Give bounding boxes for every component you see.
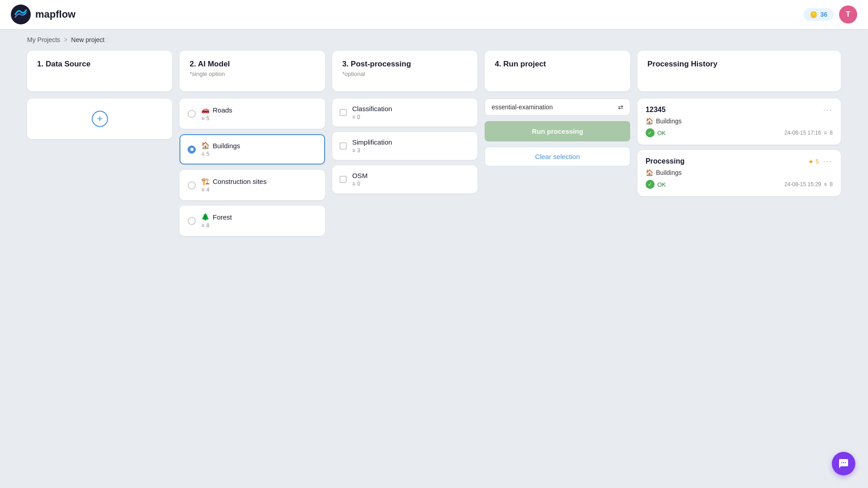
checkbox-classification xyxy=(340,109,347,116)
history-item-2-label: 🏠 Buildings xyxy=(646,169,833,176)
radio-buildings xyxy=(188,145,196,154)
history-item-1-status: ✓ OK xyxy=(646,128,666,137)
history-item-2-meta: 24-08-15 15:29 ≡ 8 xyxy=(784,181,833,188)
history-item-2-more[interactable]: ··· xyxy=(823,157,833,165)
checkbox-osm xyxy=(340,176,347,183)
breadcrumb-separator: > xyxy=(64,36,67,43)
radio-construction xyxy=(188,181,196,189)
history-item-1-header: 12345 ··· xyxy=(646,106,833,114)
history-item-2-status: ✓ OK xyxy=(646,180,666,189)
step1-title: 1. Data Source xyxy=(37,60,162,69)
post-simplification[interactable]: Simplification ≡ 3 xyxy=(332,132,477,160)
post-classification-name: Classification xyxy=(352,105,470,113)
step-card-2: 2. AI Model *single option xyxy=(179,51,325,91)
project-name-field[interactable]: essential-examination ⇄ xyxy=(485,99,630,116)
breadcrumb-parent[interactable]: My Projects xyxy=(27,36,60,43)
svg-point-1 xyxy=(841,462,842,463)
stack-icon-buildings: ≡ xyxy=(201,151,204,157)
history-item-1-label: 🏠 Buildings xyxy=(646,117,833,125)
run-project-column: essential-examination ⇄ Run processing C… xyxy=(485,99,630,166)
step3-title: 3. Post-processing xyxy=(342,60,467,69)
stack-icon-simplification: ≡ xyxy=(352,147,355,154)
stack-icon-osm: ≡ xyxy=(352,181,355,187)
svg-point-2 xyxy=(843,462,844,463)
radio-roads xyxy=(188,110,196,118)
credits-count: 36 xyxy=(820,11,827,18)
post-processing-column: Classification ≡ 0 Simplification ≡ 3 xyxy=(332,99,477,193)
step3-subtitle: *optional xyxy=(342,70,467,77)
history-item-1-id: 12345 xyxy=(646,106,666,114)
post-simplification-credits: ≡ 3 xyxy=(352,147,470,154)
step2-title: 2. AI Model xyxy=(189,60,315,69)
forest-emoji: 🌲 xyxy=(201,213,210,221)
history-item-1-more[interactable]: ··· xyxy=(823,106,833,114)
credits-badge[interactable]: 🪙 36 xyxy=(803,8,834,21)
content-row: + 🚗 Roads ≡ 5 xyxy=(27,99,841,236)
shuffle-icon[interactable]: ⇄ xyxy=(618,103,623,111)
radio-forest xyxy=(188,217,196,225)
post-osm-name: OSM xyxy=(352,172,470,179)
model-forest-credits: ≡ 8 xyxy=(201,222,316,229)
step2-subtitle: *single option xyxy=(189,70,315,77)
project-name-value: essential-examination xyxy=(491,103,552,111)
model-roads-credits: ≡ 5 xyxy=(201,115,316,122)
add-source-icon: + xyxy=(92,111,108,127)
clear-selection-button[interactable]: Clear selection xyxy=(485,147,630,166)
model-buildings-name: 🏠 Buildings xyxy=(201,141,316,150)
model-buildings-credits: ≡ 5 xyxy=(201,151,316,157)
model-construction-credits: ≡ 4 xyxy=(201,187,316,193)
model-construction-name: 🏗️ Construction sites xyxy=(201,177,316,185)
history-item-2-header: Processing ★ 5 ··· xyxy=(646,157,833,165)
star-icon-2: ★ xyxy=(808,158,814,165)
model-roads[interactable]: 🚗 Roads ≡ 5 xyxy=(179,99,325,129)
model-construction[interactable]: 🏗️ Construction sites ≡ 4 xyxy=(179,170,325,200)
ai-model-column: 🚗 Roads ≡ 5 🏠 Buildings xyxy=(179,99,325,236)
post-osm[interactable]: OSM ≡ 0 xyxy=(332,165,477,193)
data-source-column: + xyxy=(27,99,172,139)
run-processing-button[interactable]: Run processing xyxy=(485,121,630,141)
chat-button[interactable] xyxy=(832,452,855,475)
header-right: 🪙 36 T xyxy=(803,5,857,23)
step-card-1: 1. Data Source xyxy=(27,51,172,91)
model-forest[interactable]: 🌲 Forest ≡ 8 xyxy=(179,206,325,236)
add-source-card[interactable]: + xyxy=(27,99,172,139)
breadcrumb-current: New project xyxy=(71,36,104,43)
history-item-1-meta: 24-08-15 17:16 ≡ 8 xyxy=(784,130,833,136)
stack-icon-construction: ≡ xyxy=(201,187,204,193)
history-item-2-id: Processing xyxy=(646,157,684,165)
history-item-2-star: ★ 5 xyxy=(808,158,819,165)
svg-point-3 xyxy=(845,462,846,463)
post-simplification-name: Simplification xyxy=(352,138,470,146)
model-roads-name: 🚗 Roads xyxy=(201,106,316,114)
history-item-2: Processing ★ 5 ··· 🏠 Buildings ✓ xyxy=(637,150,841,196)
breadcrumb: My Projects > New project xyxy=(0,29,868,51)
logo-icon xyxy=(11,5,31,24)
step-card-4: 4. Run project xyxy=(485,51,630,91)
logo: mapflow xyxy=(11,5,75,24)
step4-title: 4. Run project xyxy=(495,60,620,69)
history-item-1-footer: ✓ OK 24-08-15 17:16 ≡ 8 xyxy=(646,128,833,137)
post-osm-credits: ≡ 0 xyxy=(352,181,470,187)
app-name: mapflow xyxy=(35,9,75,20)
history-item-1-emoji: 🏠 xyxy=(646,117,653,125)
main-content: 1. Data Source 2. AI Model *single optio… xyxy=(0,51,868,254)
credits-coin-icon: 🪙 xyxy=(810,11,817,18)
header: mapflow 🪙 36 T xyxy=(0,0,868,29)
history-item-1: 12345 ··· 🏠 Buildings ✓ OK 24-08-15 17:1… xyxy=(637,99,841,145)
step5-title: Processing History xyxy=(647,60,831,69)
ok-check-icon-2: ✓ xyxy=(646,180,655,189)
checkbox-simplification xyxy=(340,142,347,150)
chat-icon xyxy=(838,458,849,469)
model-forest-name: 🌲 Forest xyxy=(201,213,316,221)
history-item-2-actions: ★ 5 ··· xyxy=(808,157,833,165)
user-avatar[interactable]: T xyxy=(839,5,857,23)
step-card-5: Processing History xyxy=(637,51,841,91)
stack-icon-h2: ≡ xyxy=(824,181,827,188)
step-card-3: 3. Post-processing *optional xyxy=(332,51,477,91)
stack-icon-classification: ≡ xyxy=(352,114,355,120)
model-buildings[interactable]: 🏠 Buildings ≡ 5 xyxy=(179,134,325,164)
ok-check-icon-1: ✓ xyxy=(646,128,655,137)
processing-history-column: 12345 ··· 🏠 Buildings ✓ OK 24-08-15 17:1… xyxy=(637,99,841,196)
post-classification[interactable]: Classification ≡ 0 xyxy=(332,99,477,127)
roads-emoji: 🚗 xyxy=(201,106,210,114)
